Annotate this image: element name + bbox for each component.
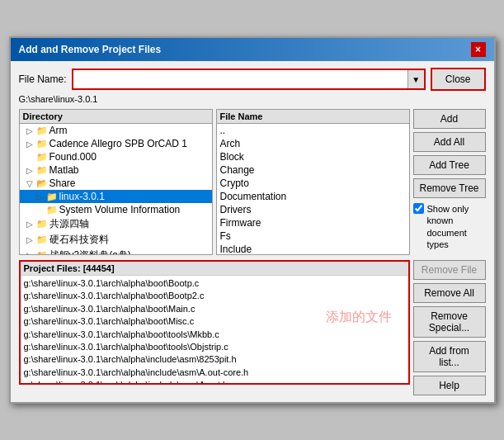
tree-item-label: Arm: [49, 125, 68, 136]
bottom-row: Project Files: [44454] g:\share\linux-3.…: [19, 260, 486, 395]
expand-icon: ▷: [26, 140, 36, 149]
tree-item[interactable]: 📁 Found.000: [20, 150, 212, 163]
file-list-item[interactable]: ..: [217, 124, 409, 137]
tree-item-label: 共源四轴: [49, 217, 89, 231]
help-button[interactable]: Help: [413, 376, 486, 395]
remove-all-button[interactable]: Remove All: [413, 283, 486, 303]
bottom-buttons-col: Remove File Remove All Remove Special...…: [413, 260, 486, 395]
tree-item-label: Found.000: [49, 151, 97, 163]
expand-icon: ▷: [26, 166, 36, 175]
show-known-types-row: Show only known document types: [413, 203, 486, 250]
tree-item[interactable]: ▽ 📂 Share: [20, 177, 212, 190]
project-file-item[interactable]: g:\share\linux-3.0.1\arch\alpha\boot\Mis…: [24, 315, 405, 328]
file-list-item[interactable]: Fs: [217, 229, 409, 243]
project-files-header: Project Files: [44454]: [21, 262, 408, 276]
expand-icon: ▷: [26, 126, 36, 135]
file-name-input-container: ▼: [72, 69, 426, 90]
directory-header: Directory: [19, 109, 213, 123]
tree-item[interactable]: ▷ 📁 Matlab: [20, 163, 212, 177]
remove-tree-button[interactable]: Remove Tree: [413, 178, 486, 198]
dialog-title: Add and Remove Project Files: [19, 44, 162, 55]
close-button[interactable]: Close: [431, 68, 486, 91]
file-list-item[interactable]: Block: [217, 150, 409, 163]
project-file-item[interactable]: g:\share\linux-3.0.1\arch\alpha\boot\Boo…: [24, 277, 405, 290]
directory-list[interactable]: ▷ 📁 Arm ▷ 📁 Cadence Allegro SPB OrCAD 1 …: [19, 123, 213, 255]
tree-item[interactable]: ▷ 📁 硬石科技资料: [20, 232, 212, 248]
file-list-item[interactable]: Documentation: [217, 190, 409, 203]
tree-item-label: Share: [49, 177, 76, 189]
tree-item-label: linux-3.0.1: [59, 191, 105, 202]
directory-panel: Directory ▷ 📁 Arm ▷ 📁 Cadence Allegro SP…: [19, 109, 213, 255]
folder-icon: 📂: [36, 178, 48, 189]
tree-item[interactable]: ▷ 📁 Cadence Allegro SPB OrCAD 1: [20, 137, 212, 150]
file-name-label: File Name:: [19, 73, 67, 85]
file-name-browse-button[interactable]: ▼: [407, 70, 424, 88]
remove-file-button[interactable]: Remove File: [413, 260, 486, 280]
show-known-types-label: Show only known document types: [427, 203, 486, 250]
folder-icon: 📁: [46, 205, 58, 215]
project-file-item[interactable]: g:\share\linux-3.0.1\arch\alpha\include\…: [24, 367, 405, 379]
folder-icon: 📁: [36, 219, 48, 229]
expand-icon: ▷: [26, 235, 36, 244]
tree-item-selected[interactable]: ▷ 📁 linux-3.0.1: [20, 190, 212, 203]
folder-icon: 📁: [36, 165, 48, 176]
file-name-input[interactable]: [73, 70, 407, 88]
expand-icon: ▽: [26, 179, 36, 188]
tree-item-label: 战舰v3资料盘(a盘): [49, 248, 131, 255]
add-all-button[interactable]: Add All: [413, 132, 486, 152]
file-name-list[interactable]: .. Arch Block Change Crypto Documentatio…: [216, 123, 410, 255]
file-list-item[interactable]: Arch: [217, 137, 409, 150]
project-file-item[interactable]: g:\share\linux-3.0.1\arch\alpha\boot\too…: [24, 329, 405, 341]
tree-item-label: Cadence Allegro SPB OrCAD 1: [49, 138, 187, 149]
tree-item[interactable]: ▷ 📁 共源四轴: [20, 216, 212, 232]
add-tree-button[interactable]: Add Tree: [413, 155, 486, 175]
folder-icon: 📁: [36, 139, 48, 149]
project-file-item[interactable]: g:\share\linux-3.0.1\arch\alpha\include\…: [24, 353, 405, 366]
add-from-list-button[interactable]: Add from list...: [413, 341, 486, 372]
project-file-item[interactable]: g:\share\linux-3.0.1\arch\alpha\boot\Boo…: [24, 290, 405, 302]
folder-icon: 📁: [36, 250, 48, 255]
title-bar: Add and Remove Project Files ×: [11, 38, 494, 61]
folder-icon: 📁: [46, 192, 58, 202]
file-list-item[interactable]: Change: [217, 163, 409, 177]
dialog: Add and Remove Project Files × File Name…: [9, 36, 496, 404]
tree-item[interactable]: ▷ 📁 Arm: [20, 124, 212, 137]
project-list-area: Project Files: [44454] g:\share\linux-3.…: [19, 260, 410, 395]
folder-icon: 📁: [36, 152, 48, 163]
add-button[interactable]: Add: [413, 109, 486, 129]
project-files-list[interactable]: g:\share\linux-3.0.1\arch\alpha\boot\Boo…: [21, 276, 408, 383]
show-known-types-checkbox[interactable]: [413, 203, 424, 214]
project-file-item[interactable]: g:\share\linux-3.0.1\arch\alpha\include\…: [24, 379, 405, 383]
expand-icon: ▷: [26, 220, 36, 229]
project-files-section: Project Files: [44454] g:\share\linux-3.…: [19, 260, 410, 385]
file-list-item[interactable]: Crypto: [217, 177, 409, 190]
path-display: G:\share\linux-3.0.1: [19, 94, 486, 104]
title-bar-close-button[interactable]: ×: [471, 42, 486, 57]
tree-item-label: Matlab: [49, 164, 79, 176]
expand-icon: ▷: [26, 251, 36, 255]
tree-item-label: System Volume Information: [59, 204, 181, 215]
project-file-item[interactable]: g:\share\linux-3.0.1\arch\alpha\boot\too…: [24, 341, 405, 353]
panels-row: Directory ▷ 📁 Arm ▷ 📁 Cadence Allegro SP…: [19, 109, 486, 255]
file-list-item[interactable]: Firmware: [217, 216, 409, 229]
file-name-panel-header: File Name: [216, 109, 410, 123]
file-list-item[interactable]: Include: [217, 243, 409, 255]
folder-icon: 📁: [36, 234, 48, 245]
tree-item[interactable]: ▷ 📁 战舰v3资料盘(a盘): [20, 248, 212, 255]
folder-icon: 📁: [36, 125, 48, 136]
expand-icon: ▷: [36, 192, 46, 201]
file-list-item[interactable]: Drivers: [217, 203, 409, 216]
file-name-panel: File Name .. Arch Block Change Crypto Do…: [216, 109, 410, 255]
tree-item[interactable]: 📁 System Volume Information: [20, 203, 212, 216]
remove-special-button[interactable]: Remove Special...: [413, 306, 486, 338]
right-buttons-col: Add Add All Add Tree Remove Tree Show on…: [413, 109, 486, 255]
tree-item-label: 硬石科技资料: [49, 233, 109, 247]
project-file-item[interactable]: g:\share\linux-3.0.1\arch\alpha\boot\Mai…: [24, 303, 405, 315]
